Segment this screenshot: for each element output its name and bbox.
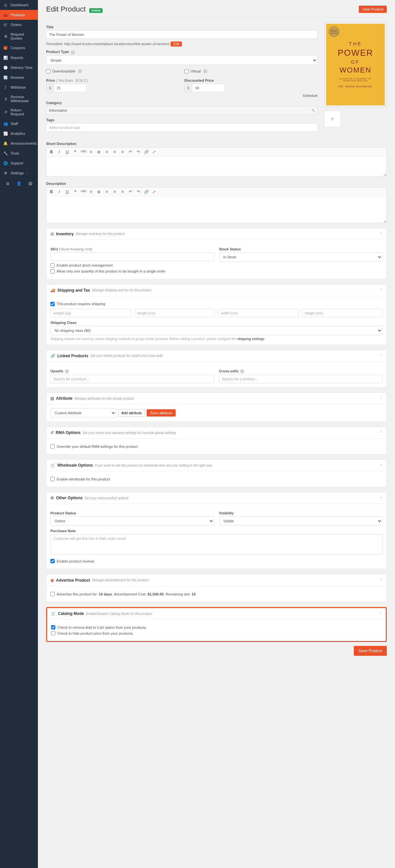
ul-icon[interactable]: ≡ xyxy=(89,189,93,194)
discount-input[interactable] xyxy=(192,84,225,92)
sidebar-item-staff[interactable]: 👥Staff xyxy=(0,119,38,128)
sidebar-item-tools[interactable]: 🔧Tools xyxy=(0,148,38,158)
edit-icon[interactable]: ✎ xyxy=(311,108,315,113)
rma-header[interactable]: ↺ RMA Options Set your return and warran… xyxy=(46,427,387,439)
sidebar-item-products[interactable]: 🧰Products xyxy=(0,10,38,20)
help-icon[interactable]: ? xyxy=(240,369,244,373)
sidebar-item-reports[interactable]: 📊Reports xyxy=(0,53,38,63)
fullscreen-icon[interactable]: ⤢ xyxy=(152,189,157,194)
strike-icon[interactable]: ABC xyxy=(81,189,85,194)
add-image-button[interactable]: + xyxy=(324,111,341,127)
permalink-edit-button[interactable]: Edit xyxy=(171,41,182,46)
title-input[interactable] xyxy=(46,30,318,39)
shipping-header[interactable]: 🚚 Shipping and Tax Manage shipping and t… xyxy=(46,285,387,296)
reviews-checkbox[interactable] xyxy=(51,559,55,563)
category-input[interactable] xyxy=(46,106,318,115)
stock-status-select[interactable]: In Stock xyxy=(219,252,383,262)
ol-icon[interactable]: ≣ xyxy=(97,189,101,194)
bold-icon[interactable]: B xyxy=(49,189,54,194)
upsells-input[interactable] xyxy=(51,375,214,383)
external-link-icon[interactable]: ⧉ xyxy=(5,181,10,186)
hide-price-checkbox[interactable] xyxy=(51,631,55,636)
product-status-select[interactable]: Online xyxy=(51,516,214,526)
sidebar-item-withdraw[interactable]: ⤴Withdraw xyxy=(0,82,38,92)
stock-mgmt-checkbox[interactable] xyxy=(51,263,55,268)
undo-icon[interactable]: ↶ xyxy=(128,189,133,194)
italic-icon[interactable]: I xyxy=(57,150,62,154)
width-input[interactable] xyxy=(218,309,299,317)
ul-icon[interactable]: ≡ xyxy=(89,150,93,154)
short-desc-body[interactable] xyxy=(46,157,387,176)
quote-icon[interactable]: ❝ xyxy=(73,189,77,194)
redo-icon[interactable]: ↷ xyxy=(136,150,141,154)
product-cover[interactable]: WINNER OF THE NOBEL PEACE PRIZE THE POWE… xyxy=(324,22,387,107)
italic-icon[interactable]: I xyxy=(57,189,62,194)
inventory-header[interactable]: ⚖ Inventory Manage inventory for this pr… xyxy=(46,228,387,240)
align-right-icon[interactable]: ≡ xyxy=(120,150,125,154)
single-qty-checkbox[interactable] xyxy=(51,269,55,274)
underline-icon[interactable]: U xyxy=(65,150,69,154)
sidebar-item-request-quotes[interactable]: ≣Request Quotes xyxy=(0,30,38,43)
tags-input[interactable] xyxy=(46,123,318,132)
sidebar-item-delivery-time[interactable]: 🕒Delivery Time xyxy=(0,63,38,72)
quote-icon[interactable]: ❝ xyxy=(73,150,77,154)
height-input[interactable] xyxy=(302,309,383,317)
wholesale-checkbox[interactable] xyxy=(51,477,55,481)
add-attribute-button[interactable]: Add attribute xyxy=(118,409,144,417)
save-attribute-button[interactable]: Save attribute xyxy=(146,409,175,416)
sidebar-item-reverse-withdrawal[interactable]: ＄Reverse Withdrawal xyxy=(0,92,38,105)
align-left-icon[interactable]: ≡ xyxy=(104,189,109,194)
ol-icon[interactable]: ≣ xyxy=(97,150,101,154)
align-left-icon[interactable]: ≡ xyxy=(104,150,109,154)
link-icon[interactable]: 🔗 xyxy=(144,150,149,154)
virtual-checkbox[interactable] xyxy=(185,69,189,73)
user-icon[interactable]: 👤 xyxy=(17,181,21,186)
weight-input[interactable] xyxy=(51,309,131,317)
sidebar-item-analytics[interactable]: 📈Analytics xyxy=(0,128,38,138)
sidebar-item-return-request[interactable]: ↺Return Request xyxy=(0,105,38,119)
sidebar-item-dashboard[interactable]: ◷Dashboard xyxy=(0,0,38,10)
product-type-select[interactable]: Simple xyxy=(46,56,318,65)
redo-icon[interactable]: ↷ xyxy=(136,189,141,194)
link-icon[interactable]: 🔗 xyxy=(144,189,149,194)
sidebar-item-settings[interactable]: ⚙Settings › xyxy=(0,168,38,178)
attribute-header[interactable]: ▤ Attribute Manage attributes for this s… xyxy=(46,393,387,404)
align-center-icon[interactable]: ≡ xyxy=(112,150,117,154)
advertise-header[interactable]: ◉ Advertise Product Manage Advertisement… xyxy=(46,575,387,586)
sidebar-item-orders[interactable]: 🛒Orders xyxy=(0,20,38,30)
bold-icon[interactable]: B xyxy=(49,150,54,154)
shipping-class-select[interactable]: No shipping class ($0) xyxy=(51,326,383,335)
rma-override-checkbox[interactable] xyxy=(51,444,55,448)
shipping-settings-link[interactable]: shipping settings xyxy=(237,337,265,341)
visibility-select[interactable]: Visible xyxy=(219,516,383,526)
underline-icon[interactable]: U xyxy=(65,189,69,194)
wholesale-header[interactable]: 🛒 Wholesale Options If you want to sell … xyxy=(46,460,387,471)
sku-input[interactable] xyxy=(51,252,214,261)
desc-body[interactable] xyxy=(46,196,387,223)
sidebar-item-coupons[interactable]: 🎁Coupons xyxy=(0,43,38,53)
catalog-header[interactable]: 🛒 Catalog Mode Enable/Disable Catalog Mo… xyxy=(47,608,386,620)
downloadable-checkbox[interactable] xyxy=(46,69,51,73)
sidebar-item-announcements[interactable]: 🔔Announcements xyxy=(0,138,38,148)
undo-icon[interactable]: ↶ xyxy=(128,150,133,154)
crosssells-input[interactable] xyxy=(219,375,383,383)
help-icon[interactable]: ? xyxy=(71,51,75,54)
schedule-link[interactable]: Schedule xyxy=(185,94,318,97)
align-center-icon[interactable]: ≡ xyxy=(112,189,117,194)
permalink-url[interactable]: http://used-books-marketplace.local/prod… xyxy=(64,42,170,46)
save-product-button[interactable]: Save Product xyxy=(354,646,387,656)
remove-cart-checkbox[interactable] xyxy=(51,625,55,629)
align-right-icon[interactable]: ≡ xyxy=(120,189,125,194)
sidebar-item-support[interactable]: 🌐Support xyxy=(0,158,38,168)
help-icon[interactable]: ? xyxy=(78,69,82,73)
other-header[interactable]: ⚙ Other Options Set your extra product o… xyxy=(46,492,387,504)
linked-header[interactable]: 🔗 Linked Products Set your linked produc… xyxy=(46,350,387,362)
attribute-select[interactable]: Custom Attribute xyxy=(51,408,116,417)
help-icon[interactable]: ? xyxy=(203,69,207,73)
purchase-note-input[interactable] xyxy=(51,534,383,555)
help-icon[interactable]: ? xyxy=(65,369,69,373)
advertise-checkbox[interactable] xyxy=(51,592,55,596)
view-product-button[interactable]: View Product xyxy=(359,6,387,13)
power-icon[interactable]: ⏻ xyxy=(28,181,33,186)
strike-icon[interactable]: ABC xyxy=(81,150,85,154)
